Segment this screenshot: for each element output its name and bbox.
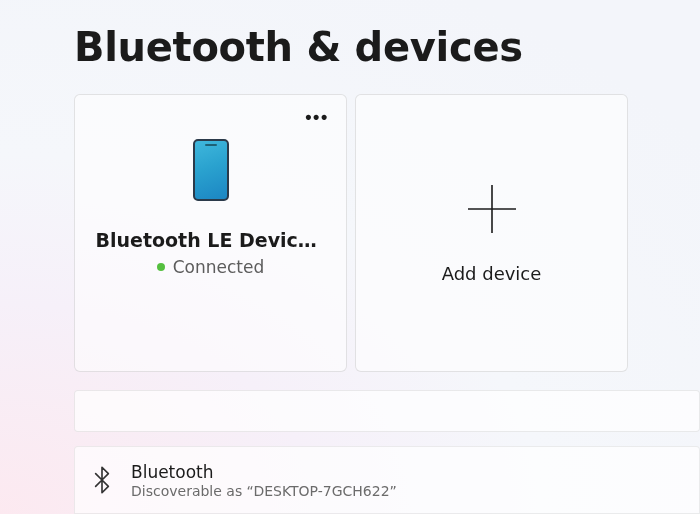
- add-device-label: Add device: [442, 263, 542, 284]
- plus-icon: [466, 183, 518, 235]
- device-status-text: Connected: [173, 257, 265, 277]
- bluetooth-row-subtitle: Discoverable as “DESKTOP-7GCH622”: [131, 483, 397, 499]
- device-name: Bluetooth LE Device 5217EBF00312: [96, 229, 326, 251]
- bluetooth-row-title: Bluetooth: [131, 462, 397, 482]
- more-icon: •••: [305, 107, 328, 128]
- add-device-card[interactable]: Add device: [355, 94, 628, 372]
- device-cards-row: ••• Bluetooth LE Device 5217EBF00312 Con…: [74, 94, 700, 372]
- status-dot-icon: [157, 263, 165, 271]
- device-card[interactable]: ••• Bluetooth LE Device 5217EBF00312 Con…: [74, 94, 347, 372]
- device-status: Connected: [157, 257, 265, 277]
- bluetooth-icon: [93, 466, 111, 494]
- bluetooth-row-text: Bluetooth Discoverable as “DESKTOP-7GCH6…: [131, 462, 397, 499]
- settings-page: Bluetooth & devices ••• Bluetooth LE Dev…: [0, 0, 700, 514]
- device-more-button[interactable]: •••: [300, 103, 334, 131]
- bluetooth-toggle-row[interactable]: Bluetooth Discoverable as “DESKTOP-7GCH6…: [74, 446, 700, 514]
- page-title: Bluetooth & devices: [74, 24, 700, 70]
- view-more-strip[interactable]: [74, 390, 700, 432]
- phone-icon: [193, 139, 229, 201]
